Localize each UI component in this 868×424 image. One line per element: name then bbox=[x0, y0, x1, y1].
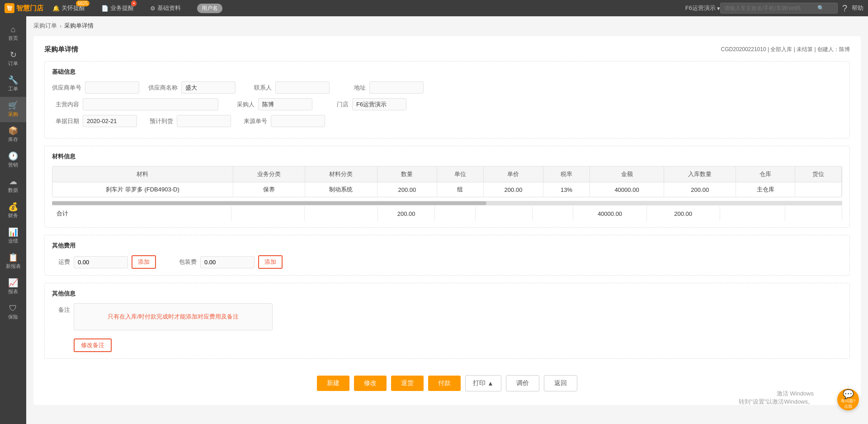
sidebar-item-report[interactable]: 📈 报表 bbox=[0, 274, 26, 300]
print-label: 打印 bbox=[473, 379, 486, 387]
shipping-field: 运费 添加 bbox=[52, 255, 156, 269]
orders-icon: ↻ bbox=[10, 51, 17, 59]
nav-items: 🔔 关怀提醒 6825 📄 业务提醒 • ⚙ 基础资料 用户名 bbox=[52, 4, 685, 13]
sidebar-item-insurance[interactable]: 🛡 保险 bbox=[0, 300, 26, 325]
total-tax-rate bbox=[533, 206, 573, 221]
cell-unit-price: 200.00 bbox=[483, 182, 543, 197]
adjust-price-button[interactable]: 调价 bbox=[506, 375, 539, 391]
pay-button[interactable]: 付款 bbox=[428, 376, 461, 391]
print-button[interactable]: 打印 ▲ bbox=[465, 375, 501, 391]
logo-icon: 智 bbox=[5, 3, 14, 13]
sidebar-item-home[interactable]: ⌂ 首页 bbox=[0, 21, 26, 46]
data-icon: ☁ bbox=[9, 177, 17, 186]
home-icon: ⌂ bbox=[11, 25, 16, 33]
supplier-no-label: 供应商单号 bbox=[52, 84, 81, 92]
sidebar-item-inventory[interactable]: 📦 库存 bbox=[0, 122, 26, 148]
back-button[interactable]: 返回 bbox=[544, 375, 577, 391]
modify-remarks-button[interactable]: 修改备注 bbox=[74, 338, 112, 352]
contact-input[interactable] bbox=[275, 81, 330, 94]
sidebar-item-performance[interactable]: 📊 业绩 bbox=[0, 224, 26, 249]
shipping-label: 运费 bbox=[52, 258, 70, 266]
top-navigation: 智 智慧门店 🔔 关怀提醒 6825 📄 业务提醒 • ⚙ 基础资料 用户名 F… bbox=[0, 0, 868, 16]
sidebar-label-home: 首页 bbox=[8, 35, 18, 42]
new-button[interactable]: 新建 bbox=[317, 376, 349, 391]
col-quantity: 数量 bbox=[377, 167, 437, 182]
sidebar-item-finance[interactable]: 💰 财务 bbox=[0, 198, 26, 224]
sidebar-item-newreport[interactable]: 📋 新报表 bbox=[0, 249, 26, 274]
cell-business-type: 保养 bbox=[233, 182, 305, 197]
source-no-field: 来源单号 bbox=[240, 115, 325, 127]
breadcrumb-sep: › bbox=[60, 23, 61, 29]
sidebar-label-report: 报表 bbox=[8, 288, 18, 295]
main-content-input[interactable] bbox=[83, 98, 218, 110]
total-inbound-qty: 200.00 bbox=[646, 206, 720, 221]
store-field: 门店 bbox=[321, 98, 406, 110]
sidebar-item-data[interactable]: ☁ 数据 bbox=[0, 173, 26, 198]
supplier-name-label: 供应商名称 bbox=[148, 84, 178, 92]
cell-location bbox=[795, 182, 842, 197]
help-float-icon: 💬 bbox=[843, 390, 854, 399]
action-bar: 新建 修改 退货 付款 打印 ▲ 调价 返回 bbox=[44, 366, 850, 396]
source-no-input[interactable] bbox=[271, 115, 325, 127]
packaging-input[interactable] bbox=[200, 256, 255, 268]
sidebar-item-marketing[interactable]: 🕐 营销 bbox=[0, 148, 26, 173]
sidebar-label-data: 数据 bbox=[8, 187, 18, 194]
help-float-button[interactable]: 💬 有问题?点我 bbox=[837, 389, 859, 410]
gear-icon: ⚙ bbox=[150, 5, 156, 12]
purchaser-input[interactable] bbox=[258, 98, 312, 110]
nav-alert[interactable]: 🔔 关怀提醒 6825 bbox=[52, 4, 85, 12]
basic-info-section: 基础信息 供应商单号 供应商名称 联系人 地址 bbox=[44, 61, 850, 138]
sidebar: ⌂ 首页 ↻ 订单 🔧 工单 🛒 采购 📦 库存 🕐 营销 ☁ 数据 💰 财务 … bbox=[0, 16, 26, 424]
nav-basic[interactable]: ⚙ 基础资料 bbox=[150, 4, 181, 12]
chevron-up-icon: ▲ bbox=[487, 380, 494, 387]
search-input[interactable] bbox=[724, 5, 815, 11]
store-input[interactable] bbox=[352, 98, 406, 110]
newreport-icon: 📋 bbox=[8, 253, 18, 262]
col-material: 材料 bbox=[52, 167, 233, 182]
address-input[interactable] bbox=[369, 81, 424, 94]
sidebar-label-newreport: 新报表 bbox=[6, 263, 21, 270]
shipping-input[interactable] bbox=[74, 256, 128, 268]
bill-date-input[interactable] bbox=[83, 115, 137, 127]
sidebar-item-purchase[interactable]: 🛒 采购 bbox=[0, 97, 26, 122]
main-content-label: 主营内容 bbox=[52, 100, 79, 109]
search-box[interactable]: 🔍 bbox=[720, 3, 838, 14]
other-fees-section: 其他费用 运费 添加 包装费 添加 bbox=[44, 235, 850, 276]
return-button[interactable]: 退货 bbox=[391, 376, 424, 391]
add-packaging-button[interactable]: 添加 bbox=[258, 255, 283, 269]
sidebar-item-workorder[interactable]: 🔧 工单 bbox=[0, 71, 26, 97]
inventory-icon: 📦 bbox=[8, 127, 18, 135]
material-table: 材料 业务分类 材料分类 数量 单位 单价 税率 金额 入库数量 仓库 货位 bbox=[52, 167, 842, 197]
user-text: 用户名 bbox=[197, 4, 222, 13]
col-business-type: 业务分类 bbox=[233, 167, 305, 182]
main-content-field: 主营内容 bbox=[52, 98, 218, 110]
table-scrollbar[interactable] bbox=[52, 201, 842, 205]
supplier-name-input[interactable] bbox=[181, 81, 236, 94]
search-area: 🔍 ? 帮助 bbox=[720, 3, 863, 14]
total-table: 合计 200.00 40000.00 200.00 bbox=[52, 206, 842, 221]
sidebar-label-workorder: 工单 bbox=[8, 86, 18, 92]
nav-business[interactable]: 📄 业务提醒 • bbox=[101, 4, 134, 12]
add-shipping-button[interactable]: 添加 bbox=[132, 255, 156, 269]
total-unit bbox=[435, 206, 476, 221]
workorder-icon: 🔧 bbox=[8, 76, 18, 84]
estimated-delivery-input[interactable] bbox=[177, 115, 231, 127]
sidebar-label-marketing: 营销 bbox=[8, 162, 18, 168]
logo[interactable]: 智 智慧门店 bbox=[5, 3, 43, 13]
modify-button[interactable]: 修改 bbox=[354, 376, 387, 391]
breadcrumb-parent[interactable]: 采购订单 bbox=[33, 22, 57, 30]
basic-info-row1: 供应商单号 供应商名称 联系人 地址 bbox=[52, 81, 842, 94]
total-business bbox=[231, 206, 304, 221]
f6-button[interactable]: F6运营演示 ▾ bbox=[685, 4, 720, 12]
col-location: 货位 bbox=[795, 167, 842, 182]
purchase-icon: 🛒 bbox=[8, 101, 18, 110]
total-label: 合计 bbox=[52, 206, 231, 221]
material-info-title: 材料信息 bbox=[52, 152, 842, 161]
sidebar-item-orders[interactable]: ↻ 订单 bbox=[0, 46, 26, 71]
total-unit-price bbox=[476, 206, 533, 221]
bell-icon: 🔔 bbox=[52, 5, 60, 12]
help-button[interactable]: ? bbox=[842, 3, 847, 14]
main-content: 采购订单 › 采购单详情 采购单详情 CGD20200221010 | 全部入库… bbox=[26, 16, 868, 424]
supplier-no-input[interactable] bbox=[85, 81, 139, 94]
nav-user[interactable]: 用户名 bbox=[197, 4, 222, 13]
